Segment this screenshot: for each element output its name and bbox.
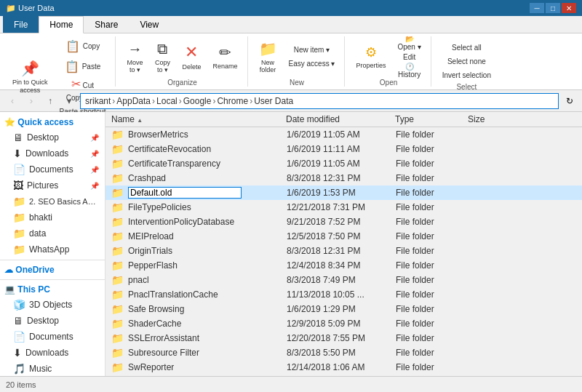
quick-access-header[interactable]: ⭐ Quick access [0, 115, 105, 129]
file-date: 8/3/2018 12:31 PM [287, 173, 396, 183]
open-small-buttons: 📂 Open ▾ Edit 🕐 History [392, 36, 426, 77]
tab-home[interactable]: Home [39, 16, 84, 33]
table-row[interactable]: 📁pnacl8/3/2018 7:49 PMFile folder [105, 273, 582, 287]
cut-icon: ✂ [71, 78, 81, 90]
folder-icon: 📁 [111, 332, 124, 344]
tab-share[interactable]: Share [84, 16, 129, 33]
table-row[interactable]: 📁Crashpad8/3/2018 12:31 PMFile folder [105, 171, 582, 185]
table-row[interactable]: 📁1/6/2019 1:53 PMFile folder [105, 185, 582, 200]
sort-icon: ▲ [137, 117, 143, 124]
rename-button[interactable]: ✏ Rename [207, 37, 242, 76]
edit-button[interactable]: Edit [392, 50, 426, 63]
table-row[interactable]: 📁SwReporter12/14/2018 1:06 AMFile folder [105, 360, 582, 375]
folder-icon: 📁 [111, 274, 124, 286]
folder-icon: 📁 [111, 245, 124, 257]
table-row[interactable]: 📁ThirdPartyModuleList648/16/2018 9:45 PM… [105, 375, 582, 376]
pin-to-quick-access-button[interactable]: 📌 Pin to Quickaccess [7, 57, 53, 97]
folder-icon: 📁 [111, 289, 124, 300]
new-folder-button[interactable]: 📁 Newfolder [254, 37, 282, 76]
table-row[interactable]: 📁Safe Browsing1/6/2019 1:29 PMFile folde… [105, 302, 582, 316]
address-path[interactable]: srikant › AppData › Local › Google › Chr… [80, 93, 559, 109]
file-name-input[interactable] [128, 187, 242, 199]
copy-button[interactable]: 📋 Copy [55, 36, 111, 56]
new-label: New [290, 77, 304, 87]
open-button[interactable]: 📂 Open ▾ [392, 36, 426, 49]
up-button[interactable]: ↑ [42, 93, 58, 109]
cut-button[interactable]: ✂ Cut [55, 77, 111, 90]
file-date: 1/6/2019 11:11 AM [287, 144, 396, 154]
table-row[interactable]: 📁ShaderCache12/9/2018 5:09 PMFile folder [105, 316, 582, 331]
sidebar-item-3d-objects[interactable]: 🧊 3D Objects [0, 297, 105, 313]
delete-button[interactable]: ✕ Delete [177, 37, 206, 76]
documents-icon: 📄 [13, 164, 25, 175]
sidebar-item-desktop2[interactable]: 🖥 Desktop [0, 313, 105, 329]
invert-selection-button[interactable]: Invert selection [437, 68, 496, 81]
table-row[interactable]: 📁SSLErrorAssistant12/20/2018 7:55 PMFile… [105, 331, 582, 345]
col-type-header[interactable]: Type [395, 114, 468, 124]
select-all-button[interactable]: Select all [437, 41, 496, 54]
quick-access-icon: ⭐ [4, 117, 15, 127]
onedrive-header[interactable]: ☁ OneDrive [0, 263, 105, 277]
copy-to-button[interactable]: ⧉ Copyto ▾ [149, 37, 175, 76]
table-row[interactable]: 📁OriginTrials8/3/2018 12:31 PMFile folde… [105, 244, 582, 258]
col-size-header[interactable]: Size [468, 114, 526, 124]
easy-access-button[interactable]: Easy access ▾ [284, 57, 340, 71]
table-row[interactable]: 📁CertificateTransparency1/6/2019 11:05 A… [105, 156, 582, 171]
delete-icon: ✕ [185, 43, 198, 62]
tab-file[interactable]: File [3, 16, 39, 33]
select-none-button[interactable]: Select none [437, 55, 496, 68]
close-button[interactable]: ✕ [562, 3, 576, 13]
folder-icon: 📁 [111, 187, 124, 199]
maximize-button[interactable]: □ [546, 3, 560, 13]
sidebar-item-whatsapp[interactable]: 📁 WhatsApp [0, 241, 105, 257]
table-row[interactable]: 📁PepperFlash12/4/2018 8:34 PMFile folder [105, 258, 582, 273]
back-button[interactable]: ‹ [4, 93, 20, 109]
sidebar-item-downloads[interactable]: ⬇ Downloads 📌 [0, 145, 105, 161]
table-row[interactable]: 📁Subresource Filter8/3/2018 5:50 PMFile … [105, 345, 582, 360]
paste-button[interactable]: 📋 Paste [55, 57, 111, 76]
copy-to-icon: ⧉ [157, 41, 167, 57]
this-pc-icon: 💻 [4, 284, 15, 295]
table-row[interactable]: 📁BrowserMetrics1/6/2019 11:05 AMFile fol… [105, 127, 582, 142]
sidebar-item-documents[interactable]: 📄 Documents 📌 [0, 161, 105, 177]
folder-icon: 📁 [111, 158, 124, 169]
table-row[interactable]: 📁CertificateRevocation1/6/2019 11:11 AMF… [105, 142, 582, 156]
table-row[interactable]: 📁InterventionPolicyDatabase9/21/2018 7:5… [105, 215, 582, 229]
file-date: 12/21/2018 7:31 PM [287, 202, 396, 212]
tab-view[interactable]: View [129, 16, 170, 33]
move-to-button[interactable]: → Moveto ▾ [121, 37, 148, 76]
file-name: BrowserMetrics [128, 129, 287, 140]
file-name: SwReporter [128, 362, 287, 372]
data-icon: 📁 [13, 228, 25, 239]
history-button[interactable]: 🕐 History [392, 64, 426, 77]
folder-icon: 📁 [111, 172, 124, 184]
file-name: SSLErrorAssistant [128, 333, 287, 343]
folder-icon: 📁 [111, 361, 124, 373]
col-date-header[interactable]: Date modified [286, 114, 395, 124]
refresh-button[interactable]: ↻ [562, 93, 578, 109]
table-row[interactable]: 📁PnaclTranslationCache11/13/2018 10:05 .… [105, 287, 582, 302]
new-item-button[interactable]: New item ▾ [284, 44, 340, 57]
recent-button[interactable]: ▾ [61, 93, 77, 109]
forward-button[interactable]: › [23, 93, 39, 109]
col-name-header[interactable]: Name ▲ [111, 114, 286, 124]
sidebar-item-documents2[interactable]: 📄 Documents [0, 329, 105, 345]
path-local: Local [156, 96, 178, 106]
sidebar-item-desktop[interactable]: 🖥 Desktop 📌 [0, 129, 105, 145]
file-type: File folder [396, 333, 469, 343]
rename-icon: ✏ [219, 44, 231, 61]
sidebar-item-seo-basics[interactable]: 📁 2. SEO Basics And Ir [0, 193, 105, 209]
sidebar-item-downloads2[interactable]: ⬇ Downloads [0, 345, 105, 361]
table-row[interactable]: 📁FileTypePolicies12/21/2018 7:31 PMFile … [105, 200, 582, 215]
properties-button[interactable]: ⚙ Properties [351, 37, 391, 76]
sidebar-item-music[interactable]: 🎵 Music [0, 361, 105, 376]
minimize-button[interactable]: ─ [530, 3, 544, 13]
file-name: MEIPreload [128, 231, 287, 241]
sidebar-item-bhakti[interactable]: 📁 bhakti [0, 209, 105, 225]
sidebar-item-data[interactable]: 📁 data [0, 225, 105, 241]
window-title: User Data [18, 4, 55, 12]
file-type: File folder [396, 348, 469, 358]
table-row[interactable]: 📁MEIPreload12/5/2018 7:50 PMFile folder [105, 229, 582, 244]
sidebar-item-pictures[interactable]: 🖼 Pictures 📌 [0, 177, 105, 193]
this-pc-header[interactable]: 💻 This PC [0, 282, 105, 297]
